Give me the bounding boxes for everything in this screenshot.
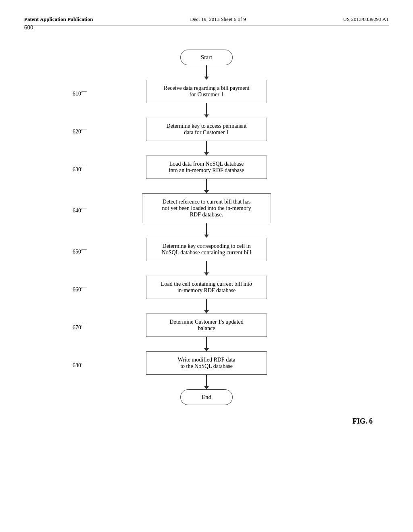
step-680: Write modified RDF data to the NoSQL dat… xyxy=(146,351,267,375)
step-label-650: 650 ⌐ xyxy=(73,244,88,255)
page-header: Patent Application Publication Dec. 19, … xyxy=(24,16,389,25)
step-label-630: 630 ⌐ xyxy=(73,162,88,173)
step-label-620: 620 ⌐ xyxy=(73,124,88,135)
arrow-1 xyxy=(204,103,209,118)
header-right: US 2013/0339293 A1 xyxy=(343,16,389,23)
arrow-8 xyxy=(204,375,209,389)
header-center: Dec. 19, 2013 Sheet 6 of 9 xyxy=(190,16,246,23)
step-row-620: 620 ⌐ Determine key to access permanent … xyxy=(24,118,389,141)
start-node: Start xyxy=(180,50,233,65)
arrow-3 xyxy=(204,179,209,193)
step-row-680: 680 ⌐ Write modified RDF data to the NoS… xyxy=(24,351,389,375)
step-row-670: 670 ⌐ Determine Customer 1's updated bal… xyxy=(24,314,389,337)
arrow-7 xyxy=(204,337,209,351)
diagram-label: 600 xyxy=(24,24,33,31)
step-620: Determine key to access permanent data f… xyxy=(146,118,267,141)
step-670: Determine Customer 1's updated balance xyxy=(146,314,267,337)
step-label-670: 670 ⌐ xyxy=(73,320,88,331)
step-610: Receive data regarding a bill payment fo… xyxy=(146,80,267,103)
flowchart-container: Start 610 ⌐ Receive data regarding a bil… xyxy=(24,50,389,405)
arrow-6 xyxy=(204,299,209,314)
step-row-650: 650 ⌐ Determine key corresponding to cel… xyxy=(24,238,389,261)
arrow-0 xyxy=(204,65,209,80)
step-label-660: 660 ⌐ xyxy=(73,282,88,293)
arrow-5 xyxy=(204,261,209,276)
step-label-640: 640 ⌐ xyxy=(73,203,88,214)
step-label-610: 610 ⌐ xyxy=(73,86,88,97)
arrow-2 xyxy=(204,141,209,156)
figure-label: FIG. 6 xyxy=(24,417,389,426)
end-node: End xyxy=(180,389,233,405)
step-640: Detect reference to current bill that ha… xyxy=(142,193,271,223)
step-row-660: 660 ⌐ Load the cell containing current b… xyxy=(24,276,389,299)
step-660: Load the cell containing current bill in… xyxy=(146,276,267,299)
arrow-4 xyxy=(204,223,209,238)
step-row-610: 610 ⌐ Receive data regarding a bill paym… xyxy=(24,80,389,103)
step-650: Determine key corresponding to cell in N… xyxy=(146,238,267,261)
step-row-630: 630 ⌐ Load data from NoSQL database into… xyxy=(24,156,389,179)
step-630: Load data from NoSQL database into an in… xyxy=(146,156,267,179)
header-left: Patent Application Publication xyxy=(24,16,93,23)
step-label-680: 680 ⌐ xyxy=(73,357,88,369)
step-row-640: 640 ⌐ Detect reference to current bill t… xyxy=(24,193,389,223)
page: Patent Application Publication Dec. 19, … xyxy=(0,0,413,532)
